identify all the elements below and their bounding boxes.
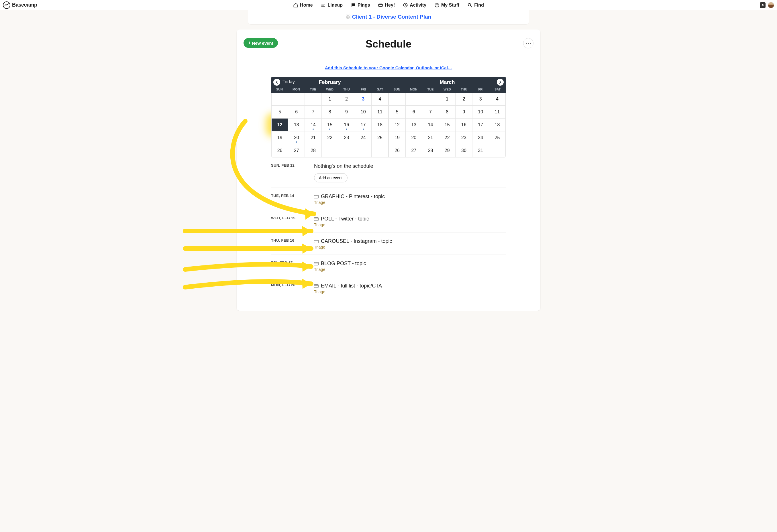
nav-home[interactable]: Home xyxy=(293,3,313,8)
calendar-day[interactable]: 14 xyxy=(305,119,321,131)
calendar-day[interactable]: 13 xyxy=(288,119,305,131)
calendar-day[interactable]: 20 xyxy=(406,131,422,144)
nav-lineup[interactable]: Lineup xyxy=(321,3,343,8)
more-options-button[interactable] xyxy=(523,38,534,48)
calendar-day[interactable]: 28 xyxy=(422,144,439,157)
calendar-day[interactable]: 23 xyxy=(456,131,472,144)
agenda-item-tag[interactable]: Triage xyxy=(314,245,506,249)
calendar-day[interactable]: 19 xyxy=(389,131,406,144)
calendar-day[interactable]: 9 xyxy=(456,106,472,119)
agenda-item[interactable]: CAROUSEL - Instagram - topic xyxy=(314,238,506,244)
calendar-day[interactable]: 16 xyxy=(456,119,472,131)
event-dot-icon xyxy=(363,129,364,130)
calendar-day[interactable]: 15 xyxy=(439,119,456,131)
calendar-day[interactable]: 22 xyxy=(439,131,456,144)
home-icon xyxy=(293,3,298,8)
calendar-day[interactable]: 7 xyxy=(305,106,321,119)
calendar-day[interactable]: 7 xyxy=(422,106,439,119)
dow-label: MON xyxy=(288,88,305,93)
calendar-day[interactable]: 10 xyxy=(472,106,489,119)
calendar-day[interactable]: 27 xyxy=(288,144,305,157)
calendar-day[interactable]: 11 xyxy=(371,106,388,119)
calendar-day[interactable]: 6 xyxy=(406,106,422,119)
agenda-item-tag[interactable]: Triage xyxy=(314,289,506,294)
calendar-day[interactable]: 11 xyxy=(489,106,506,119)
agenda-item-tag[interactable]: Triage xyxy=(314,223,506,227)
calendar-day[interactable]: 5 xyxy=(271,106,288,119)
brand[interactable]: Basecamp xyxy=(3,1,37,9)
calendar-day[interactable]: 14 xyxy=(422,119,439,131)
dow-label: TUE xyxy=(305,88,321,93)
calendar-day[interactable]: 21 xyxy=(422,131,439,144)
agenda-item[interactable]: EMAIL - full list - topic/CTA xyxy=(314,283,506,289)
avatar[interactable] xyxy=(768,2,774,8)
calendar-day[interactable]: 20 xyxy=(288,131,305,144)
month-label-1: February xyxy=(319,79,341,85)
calendar-day[interactable]: 25 xyxy=(489,131,506,144)
calendar-day[interactable]: 25 xyxy=(371,131,388,144)
calendar-day[interactable]: 1 xyxy=(322,93,338,106)
calendar-day[interactable]: 12 xyxy=(271,119,288,131)
nav-activity[interactable]: Activity xyxy=(403,3,426,8)
calendar-day[interactable]: 24 xyxy=(355,131,371,144)
calendar-day[interactable]: 6 xyxy=(288,106,305,119)
calendar-day[interactable]: 21 xyxy=(305,131,321,144)
calendar-day xyxy=(406,93,422,106)
calendar-day[interactable]: 26 xyxy=(389,144,406,157)
nav-hey[interactable]: Hey! xyxy=(378,3,395,8)
calendar-day[interactable]: 10 xyxy=(355,106,371,119)
calendar-day[interactable]: 2 xyxy=(456,93,472,106)
calendar-day[interactable]: 19 xyxy=(271,131,288,144)
add-event-button[interactable]: Add an event xyxy=(314,173,347,182)
calendar-day[interactable]: 22 xyxy=(322,131,338,144)
calendar-day[interactable]: 5 xyxy=(389,106,406,119)
nav-pings[interactable]: Pings xyxy=(351,3,370,8)
calendar-day[interactable]: 4 xyxy=(371,93,388,106)
calendar-day[interactable]: 13 xyxy=(406,119,422,131)
pings-icon xyxy=(351,3,356,8)
svg-point-12 xyxy=(526,43,527,44)
calendar-grid-2: 1234567891011121314151617181920212223242… xyxy=(389,93,506,157)
agenda-item[interactable]: GRAPHIC - Pinterest - topic xyxy=(314,193,506,200)
agenda-item[interactable]: POLL - Twitter - topic xyxy=(314,216,506,222)
calendar-day[interactable]: 17 xyxy=(355,119,371,131)
calendar-day[interactable]: 3 xyxy=(355,93,371,106)
calendar-day[interactable]: 8 xyxy=(439,106,456,119)
sync-link[interactable]: Add this Schedule to your Google Calenda… xyxy=(325,65,452,70)
calendar-day[interactable]: 26 xyxy=(271,144,288,157)
agenda-item-tag[interactable]: Triage xyxy=(314,267,506,272)
calendar-day[interactable]: 24 xyxy=(472,131,489,144)
calendar-day[interactable]: 17 xyxy=(472,119,489,131)
calendar-day[interactable]: 1 xyxy=(439,93,456,106)
calendar-prev-button[interactable] xyxy=(273,79,280,86)
calendar-day[interactable]: 18 xyxy=(489,119,506,131)
new-event-button[interactable]: + New event xyxy=(243,38,278,48)
calendar-day[interactable]: 27 xyxy=(406,144,422,157)
calendar-day[interactable]: 2 xyxy=(338,93,355,106)
calendar-day[interactable]: 12 xyxy=(389,119,406,131)
agenda-item[interactable]: BLOG POST - topic xyxy=(314,261,506,267)
nav-find[interactable]: Find xyxy=(467,3,484,8)
calendar-day[interactable]: 4 xyxy=(489,93,506,106)
calendar-day[interactable]: 8 xyxy=(322,106,338,119)
notifications-button[interactable] xyxy=(760,2,766,8)
calendar-day[interactable]: 28 xyxy=(305,144,321,157)
agenda-item-tag[interactable]: Triage xyxy=(314,200,506,205)
calendar-day[interactable]: 16 xyxy=(338,119,355,131)
top-nav: Basecamp Home Lineup Pings Hey! Activity… xyxy=(0,0,777,10)
today-link[interactable]: Today xyxy=(283,79,295,85)
calendar-day[interactable]: 30 xyxy=(456,144,472,157)
agenda-date: FRI, FEB 17 xyxy=(271,261,314,272)
breadcrumb-link[interactable]: Client 1 - Diverse Content Plan xyxy=(346,14,432,20)
nav-mystuff[interactable]: My Stuff xyxy=(434,3,459,8)
calendar-day[interactable]: 3 xyxy=(472,93,489,106)
calendar-day[interactable]: 23 xyxy=(338,131,355,144)
calendar-day[interactable]: 18 xyxy=(371,119,388,131)
calendar-day[interactable]: 15 xyxy=(322,119,338,131)
calendar-day[interactable]: 29 xyxy=(439,144,456,157)
calendar-day[interactable]: 9 xyxy=(338,106,355,119)
calendar-next-button[interactable] xyxy=(497,79,504,86)
svg-point-5 xyxy=(437,4,438,5)
mystuff-icon xyxy=(434,3,440,8)
calendar-day[interactable]: 31 xyxy=(472,144,489,157)
